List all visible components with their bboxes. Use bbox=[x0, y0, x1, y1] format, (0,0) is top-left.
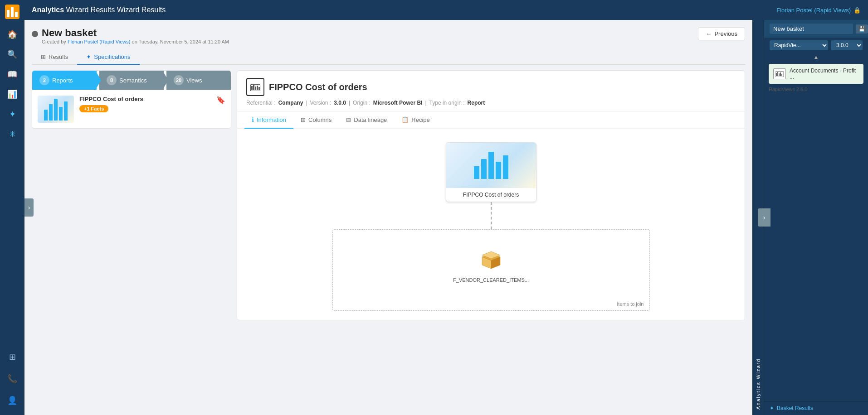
svg-rect-1 bbox=[7, 10, 10, 17]
facts-badge: +1 Facts bbox=[79, 105, 108, 112]
specifications-tab-icon: ✦ bbox=[86, 53, 91, 60]
lineage-card-report: FIPPCO Cost of orders bbox=[446, 142, 536, 202]
detail-tab-data-lineage[interactable]: ⊟ Data lineage bbox=[339, 112, 394, 129]
left-panel-collapse[interactable]: › bbox=[24, 198, 34, 217]
detail-header: FIPPCO Cost of orders Referential : Comp… bbox=[237, 71, 745, 112]
main-container: Analytics Wizard Results Wizard Results … bbox=[24, 0, 868, 415]
sidebar-home-icon[interactable]: 🏠 bbox=[3, 25, 21, 43]
step-arrow-semantics bbox=[163, 71, 168, 89]
wizard-item-version: RapidViews 2.6.0 bbox=[764, 87, 868, 95]
basket-results-footer[interactable]: ✦ Basket Results bbox=[764, 401, 868, 415]
wizard-collapse-arrow[interactable]: › bbox=[758, 208, 770, 227]
basket-name: New basket bbox=[42, 27, 97, 39]
svg-rect-3 bbox=[15, 12, 18, 17]
detail-tab-information[interactable]: ℹ Information bbox=[244, 112, 293, 129]
items-join-box: F_VENDOR_CLEARED_ITEMS... Items to join bbox=[332, 229, 650, 311]
sidebar-star-icon[interactable]: ✳ bbox=[3, 125, 21, 143]
reports-badge: 2 bbox=[39, 75, 49, 85]
svg-rect-17 bbox=[779, 73, 780, 76]
report-thumbnail bbox=[38, 96, 74, 123]
wizard-item[interactable]: Account Documents - Profit ... bbox=[769, 64, 863, 84]
top-header: Analytics Wizard Results Wizard Results … bbox=[24, 0, 868, 20]
svg-rect-6 bbox=[253, 85, 254, 90]
report-info: FIPPCO Cost of orders +1 Facts bbox=[79, 96, 211, 112]
wizard-item-title: Account Documents - Profit ... bbox=[790, 68, 859, 80]
basket-subtitle: Created by Florian Postel (Rapid Views) … bbox=[42, 39, 229, 44]
version-up-arrow: ▲ bbox=[764, 53, 868, 61]
db-cube-icon bbox=[480, 248, 502, 275]
step-reports[interactable]: 2 Reports bbox=[32, 71, 97, 90]
step-semantics[interactable]: 8 Semantics bbox=[99, 71, 164, 90]
sidebar-book-icon[interactable]: 📖 bbox=[3, 65, 21, 83]
step-views[interactable]: 20 Views bbox=[166, 71, 231, 90]
sidebar-search-icon[interactable]: 🔍 bbox=[3, 45, 21, 63]
previous-button[interactable]: ← Previous bbox=[698, 27, 745, 40]
detail-tabs: ℹ Information ⊞ Columns ⊟ Data lineage bbox=[237, 112, 745, 129]
svg-rect-9 bbox=[258, 87, 260, 90]
bar-3 bbox=[54, 99, 58, 121]
db-label: F_VENDOR_CLEARED_ITEMS... bbox=[453, 277, 529, 283]
thumb-chart bbox=[41, 96, 70, 123]
report-title: FIPPCO Cost of orders bbox=[79, 96, 211, 102]
detail-title-icon bbox=[246, 78, 264, 96]
lineage-card-label: FIPPCO Cost of orders bbox=[446, 188, 536, 202]
bar-5 bbox=[64, 101, 68, 121]
basket-author-link[interactable]: Florian Postel (Rapid Views) bbox=[68, 39, 131, 44]
views-badge: 20 bbox=[174, 75, 184, 85]
app-logo bbox=[4, 4, 20, 20]
svg-rect-2 bbox=[11, 7, 14, 17]
bookmark-icon: 🔖 bbox=[216, 96, 225, 104]
report-card: FIPPCO Cost of orders +1 Facts 🔖 bbox=[32, 90, 231, 129]
detail-meta: Referential : Company | Version : 3.0.0 … bbox=[246, 100, 736, 106]
items-join-label: Items to join bbox=[617, 301, 644, 307]
sidebar-phone-icon[interactable]: 📞 bbox=[3, 370, 21, 388]
left-sidebar: 🏠 🔍 📖 📊 ✦ ✳ ⊞ 📞 👤 bbox=[0, 0, 24, 415]
wizard-controls: 💾 🔒 bbox=[856, 24, 868, 34]
version-row: RapidVie... 3.0.0 bbox=[764, 38, 868, 53]
arrow-left-icon: ← bbox=[706, 30, 712, 37]
svg-rect-16 bbox=[777, 72, 778, 76]
tab-results[interactable]: ⊞ Results bbox=[32, 50, 77, 65]
wizard-title-input[interactable] bbox=[770, 24, 853, 34]
provider-select[interactable]: RapidVie... bbox=[770, 40, 828, 50]
wizard-header: 💾 🔒 bbox=[764, 20, 868, 38]
lbar-4 bbox=[496, 162, 501, 179]
svg-rect-18 bbox=[780, 72, 781, 76]
lbar-2 bbox=[481, 159, 487, 179]
detail-tab-columns[interactable]: ⊞ Columns bbox=[293, 112, 339, 129]
basket-header: New basket Created by Florian Postel (Ra… bbox=[32, 27, 745, 44]
sidebar-user-icon[interactable]: 👤 bbox=[3, 391, 21, 410]
bar-2 bbox=[49, 104, 53, 121]
svg-rect-7 bbox=[255, 87, 256, 90]
detail-content: FIPPCO Cost of orders bbox=[237, 129, 745, 320]
bar-1 bbox=[44, 110, 48, 121]
main-tabs: ⊞ Results ✦ Specifications bbox=[32, 50, 745, 65]
results-tab-icon: ⊞ bbox=[41, 53, 46, 60]
sidebar-network-icon[interactable]: ✦ bbox=[3, 105, 21, 123]
svg-rect-19 bbox=[781, 74, 782, 76]
wizard-save-button[interactable]: 💾 bbox=[856, 24, 868, 34]
tab-specifications[interactable]: ✦ Specifications bbox=[77, 50, 139, 65]
wizard-spacer bbox=[764, 95, 868, 401]
semantics-badge: 8 bbox=[107, 75, 117, 85]
version-select[interactable]: 3.0.0 bbox=[831, 40, 863, 50]
lineage-connector bbox=[491, 202, 492, 229]
lbar-1 bbox=[474, 166, 479, 179]
basket-title-group: New basket Created by Florian Postel (Ra… bbox=[32, 27, 229, 44]
lineage-container: FIPPCO Cost of orders bbox=[246, 142, 736, 311]
lineage-icon: ⊟ bbox=[346, 116, 351, 123]
svg-rect-15 bbox=[776, 73, 777, 76]
content-area: New basket Created by Florian Postel (Ra… bbox=[24, 20, 868, 415]
results-layout: 2 Reports 8 Semantics 20 Views bbox=[32, 70, 745, 320]
sidebar-table-icon[interactable]: ⊞ bbox=[3, 348, 21, 366]
analytics-wizard-panel: › 💾 🔒 RapidVie... 3.0.0 bbox=[764, 20, 868, 415]
bar-4 bbox=[59, 107, 63, 121]
detail-tab-recipe[interactable]: 📋 Recipe bbox=[394, 112, 437, 129]
sidebar-chart-icon[interactable]: 📊 bbox=[3, 85, 21, 103]
lbar-5 bbox=[503, 155, 508, 179]
svg-rect-8 bbox=[257, 86, 258, 90]
lineage-chart bbox=[469, 147, 513, 183]
lineage-card-thumb bbox=[446, 143, 536, 188]
reports-panel: 2 Reports 8 Semantics 20 Views bbox=[32, 70, 231, 320]
steps-header: 2 Reports 8 Semantics 20 Views bbox=[32, 70, 231, 90]
